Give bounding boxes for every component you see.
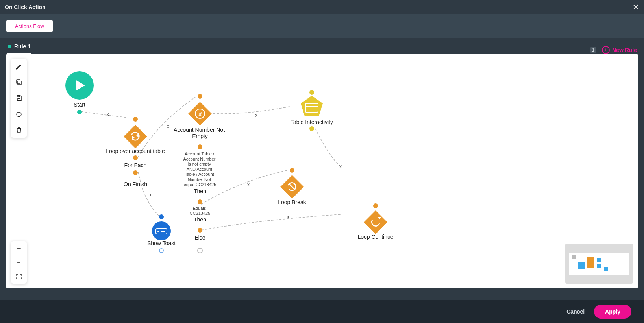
- svg-point-28: [198, 199, 202, 204]
- svg-text:x: x: [149, 192, 152, 197]
- tab-bar: Rule 1 1 + New Rule: [0, 38, 644, 54]
- svg-text:x: x: [255, 113, 257, 118]
- canvas-toolbar: [11, 59, 27, 138]
- rule-status-dot: [8, 45, 11, 48]
- svg-text:If: If: [198, 111, 202, 117]
- svg-rect-58: [18, 95, 20, 97]
- zoom-bar: ＋ －: [11, 241, 27, 284]
- dialog-title: On Click Action: [5, 4, 46, 10]
- tab-rule-1[interactable]: Rule 1: [7, 39, 31, 54]
- svg-rect-55: [18, 81, 21, 85]
- fit-screen-button[interactable]: [11, 269, 27, 284]
- svg-point-10: [77, 110, 82, 114]
- svg-text:x: x: [167, 124, 169, 129]
- svg-text:Table Interactivity: Table Interactivity: [291, 119, 333, 125]
- svg-point-16: [133, 155, 138, 160]
- svg-text:Then: Then: [194, 216, 206, 223]
- svg-text:Else: Else: [194, 234, 205, 241]
- rule-count-badge: 1: [590, 47, 596, 53]
- zoom-out-button[interactable]: －: [11, 255, 27, 269]
- svg-text:Show Toast: Show Toast: [147, 240, 176, 246]
- svg-point-34: [159, 214, 164, 219]
- edit-icon[interactable]: [11, 59, 27, 74]
- svg-text:On Finish: On Finish: [124, 181, 147, 187]
- svg-text:Loop Continue: Loop Continue: [357, 234, 393, 240]
- svg-point-49: [309, 90, 314, 95]
- dialog-header: On Click Action ✕: [0, 0, 644, 14]
- svg-text:Account Table /
        Accoun: Account Table / Account Number is not em…: [183, 151, 217, 187]
- svg-point-54: [309, 126, 314, 131]
- copy-icon[interactable]: [11, 74, 27, 90]
- svg-point-11: [133, 117, 138, 122]
- tab-label: Rule 1: [14, 43, 31, 50]
- svg-point-45: [373, 203, 378, 208]
- actions-flow-button[interactable]: Actions Flow: [6, 20, 53, 32]
- minimap[interactable]: [565, 244, 633, 284]
- svg-text:x: x: [247, 182, 250, 187]
- svg-point-18: [133, 170, 138, 175]
- svg-text:Loop over account table: Loop over account table: [106, 148, 165, 154]
- cancel-button[interactable]: Cancel: [566, 308, 585, 315]
- flow-canvas[interactable]: x x x x x x x Start Loop over: [6, 54, 638, 288]
- apply-button[interactable]: Apply: [594, 305, 631, 319]
- svg-text:Start: Start: [74, 102, 85, 108]
- power-icon[interactable]: [11, 106, 27, 122]
- new-rule-button[interactable]: + New Rule: [602, 46, 637, 54]
- plus-circle-icon: +: [602, 46, 610, 54]
- svg-text:x: x: [339, 164, 342, 169]
- svg-text:Then: Then: [194, 188, 206, 194]
- close-icon[interactable]: ✕: [633, 2, 639, 12]
- svg-text:x: x: [287, 214, 289, 220]
- svg-point-31: [198, 228, 202, 233]
- svg-text:x: x: [107, 112, 109, 117]
- svg-text:Loop Break: Loop Break: [278, 199, 307, 205]
- dialog-footer: Cancel Apply: [0, 300, 644, 323]
- svg-rect-56: [17, 80, 20, 83]
- save-icon[interactable]: [11, 90, 27, 106]
- trash-icon[interactable]: [11, 122, 27, 138]
- svg-point-37: [157, 231, 159, 232]
- svg-text:For Each: For Each: [124, 162, 147, 168]
- new-rule-label: New Rule: [612, 47, 637, 53]
- svg-point-20: [198, 94, 202, 99]
- svg-point-41: [290, 168, 294, 173]
- svg-point-25: [198, 144, 202, 149]
- zoom-in-button[interactable]: ＋: [11, 241, 27, 255]
- svg-rect-57: [18, 99, 20, 101]
- main-header: Actions Flow: [0, 14, 644, 38]
